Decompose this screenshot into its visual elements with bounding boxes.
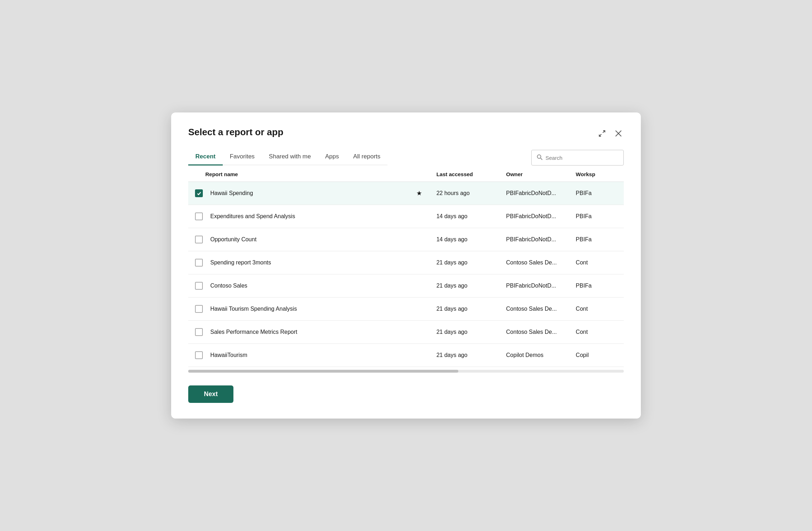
- scrollbar-row: [188, 370, 624, 373]
- table-row[interactable]: Contoso Sales21 days agoPBIFabricDoNotD.…: [188, 274, 624, 298]
- close-icon: [615, 130, 622, 138]
- checkbox-3[interactable]: [193, 233, 205, 246]
- col-header-last-accessed: Last accessed: [432, 165, 502, 182]
- cell-workspace-6: Cont: [571, 298, 624, 321]
- tabs-row: Recent Favorites Shared with me Apps All…: [188, 150, 624, 165]
- checkbox-unchecked: [195, 305, 203, 313]
- cell-workspace-2: PBIFa: [571, 205, 624, 228]
- tab-shared[interactable]: Shared with me: [262, 150, 318, 165]
- cell-accessed-8: 21 days ago: [432, 344, 502, 367]
- report-name-1: Hawaii Spending: [210, 190, 416, 196]
- report-name-5: Contoso Sales: [210, 283, 428, 289]
- tabs: Recent Favorites Shared with me Apps All…: [188, 150, 387, 165]
- svg-line-5: [541, 158, 542, 160]
- cell-name-7: Sales Performance Metrics Report: [188, 321, 432, 343]
- tab-recent[interactable]: Recent: [188, 150, 223, 165]
- cell-owner-3: PBIFabricDoNotD...: [502, 228, 571, 251]
- tab-favorites[interactable]: Favorites: [223, 150, 262, 165]
- search-input[interactable]: [545, 155, 618, 161]
- report-name-6: Hawaii Tourism Spending Analysis: [210, 306, 428, 312]
- cell-workspace-1: PBIFa: [571, 182, 624, 205]
- next-button[interactable]: Next: [188, 385, 233, 403]
- cell-name-4: Spending report 3monts: [188, 251, 432, 274]
- cell-accessed-1: 22 hours ago: [432, 182, 502, 205]
- checkbox-unchecked: [195, 282, 203, 290]
- cell-workspace-8: Copil: [571, 344, 624, 367]
- cell-owner-7: Contoso Sales De...: [502, 321, 571, 344]
- cell-accessed-4: 21 days ago: [432, 251, 502, 274]
- col-header-report-name: Report name: [188, 165, 432, 182]
- checkbox-8[interactable]: [193, 349, 205, 362]
- footer: Next: [188, 385, 624, 403]
- cell-accessed-2: 14 days ago: [432, 205, 502, 228]
- cell-name-2: Expenditures and Spend Analysis: [188, 205, 432, 228]
- report-name-4: Spending report 3monts: [210, 259, 428, 266]
- col-header-workspace: Worksp: [571, 165, 624, 182]
- expand-icon: [598, 130, 606, 138]
- table-row[interactable]: Hawaii Spending★22 hours agoPBIFabricDoN…: [188, 182, 624, 205]
- checkbox-checked: [195, 189, 203, 197]
- checkbox-6[interactable]: [193, 303, 205, 315]
- close-button[interactable]: [613, 128, 624, 140]
- table-row[interactable]: Spending report 3monts21 days agoContoso…: [188, 251, 624, 274]
- cell-name-6: Hawaii Tourism Spending Analysis: [188, 298, 432, 320]
- dialog: Select a report or app: [171, 112, 641, 419]
- cell-accessed-7: 21 days ago: [432, 321, 502, 344]
- scrollbar-track[interactable]: [188, 370, 624, 373]
- svg-point-4: [537, 155, 541, 158]
- cell-name-8: HawaiiTourism: [188, 344, 432, 367]
- table-row[interactable]: Expenditures and Spend Analysis14 days a…: [188, 205, 624, 228]
- report-name-7: Sales Performance Metrics Report: [210, 329, 428, 335]
- checkbox-5[interactable]: [193, 279, 205, 292]
- cell-workspace-4: Cont: [571, 251, 624, 274]
- dialog-header: Select a report or app: [188, 127, 624, 140]
- cell-name-1: Hawaii Spending★: [188, 182, 432, 205]
- dialog-controls: [597, 128, 624, 140]
- tab-all-reports[interactable]: All reports: [346, 150, 387, 165]
- report-name-2: Expenditures and Spend Analysis: [210, 213, 428, 220]
- cell-workspace-7: Cont: [571, 321, 624, 344]
- cell-owner-6: Contoso Sales De...: [502, 298, 571, 321]
- report-name-8: HawaiiTourism: [210, 352, 428, 358]
- table-row[interactable]: Opportunity Count14 days agoPBIFabricDoN…: [188, 228, 624, 251]
- cell-accessed-6: 21 days ago: [432, 298, 502, 321]
- checkbox-7[interactable]: [193, 326, 205, 338]
- tab-apps[interactable]: Apps: [318, 150, 346, 165]
- checkbox-4[interactable]: [193, 256, 205, 269]
- cell-workspace-5: PBIFa: [571, 274, 624, 298]
- expand-button[interactable]: [597, 128, 607, 140]
- cell-workspace-3: PBIFa: [571, 228, 624, 251]
- cell-accessed-3: 14 days ago: [432, 228, 502, 251]
- table-row[interactable]: Hawaii Tourism Spending Analysis21 days …: [188, 298, 624, 321]
- scrollbar-thumb: [188, 370, 458, 373]
- star-icon-1: ★: [416, 189, 422, 197]
- checkbox-2[interactable]: [193, 210, 205, 223]
- cell-owner-8: Copilot Demos: [502, 344, 571, 367]
- table-row[interactable]: HawaiiTourism21 days agoCopilot DemosCop…: [188, 344, 624, 367]
- cell-name-5: Contoso Sales: [188, 274, 432, 297]
- cell-owner-5: PBIFabricDoNotD...: [502, 274, 571, 298]
- cell-owner-1: PBIFabricDoNotD...: [502, 182, 571, 205]
- checkbox-unchecked: [195, 259, 203, 267]
- checkbox-unchecked: [195, 236, 203, 243]
- report-name-3: Opportunity Count: [210, 236, 428, 243]
- checkbox-1[interactable]: [193, 187, 205, 200]
- cell-owner-2: PBIFabricDoNotD...: [502, 205, 571, 228]
- col-header-owner: Owner: [502, 165, 571, 182]
- dialog-title: Select a report or app: [188, 127, 283, 138]
- table-container: Report name Last accessed Owner Worksp H…: [188, 165, 624, 373]
- cell-accessed-5: 21 days ago: [432, 274, 502, 298]
- search-icon: [537, 154, 543, 162]
- table-header-row: Report name Last accessed Owner Worksp: [188, 165, 624, 182]
- checkbox-unchecked: [195, 351, 203, 359]
- checkbox-unchecked: [195, 328, 203, 336]
- search-box: [531, 150, 624, 165]
- cell-owner-4: Contoso Sales De...: [502, 251, 571, 274]
- table-row[interactable]: Sales Performance Metrics Report21 days …: [188, 321, 624, 344]
- cell-name-3: Opportunity Count: [188, 228, 432, 251]
- checkbox-unchecked: [195, 212, 203, 220]
- report-table: Report name Last accessed Owner Worksp H…: [188, 165, 624, 367]
